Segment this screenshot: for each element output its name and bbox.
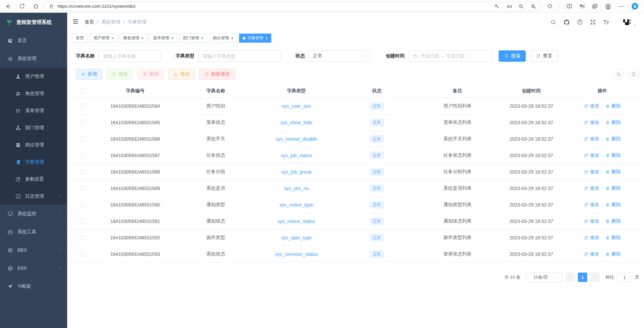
close-icon[interactable]: × (265, 36, 268, 40)
url-bar[interactable]: https://ccnetcore.com:1101/system/dict (44, 2, 541, 11)
delete-button[interactable]: 删除 (137, 69, 164, 80)
row-edit-button[interactable]: 修改 (584, 120, 599, 126)
sidebar-item-logs[interactable]: 日志管理 (0, 188, 67, 205)
tab-home[interactable]: 首页 (72, 34, 88, 43)
row-delete-button[interactable]: 删除 (605, 185, 621, 191)
close-icon[interactable]: × (141, 36, 144, 40)
sidebar-item-posts[interactable]: 岗位管理 (0, 136, 67, 153)
github-button[interactable] (563, 19, 570, 26)
row-delete-button[interactable]: 删除 (605, 152, 621, 158)
fullscreen-button[interactable] (590, 19, 596, 25)
add-button[interactable]: 新增 (76, 69, 102, 80)
browser-refresh-button[interactable] (19, 3, 25, 9)
row-delete-button[interactable]: 删除 (605, 120, 621, 126)
font-size-button[interactable] (603, 19, 610, 25)
refresh-cache-button[interactable]: 刷新缓存 (199, 69, 235, 80)
close-icon[interactable]: × (231, 36, 233, 40)
dict-type-link[interactable]: sys_notice_status (278, 219, 315, 224)
sidebar-toggle-button[interactable] (72, 18, 79, 26)
row-edit-button[interactable]: 修改 (584, 251, 599, 257)
goto-page-input[interactable] (617, 273, 632, 282)
current-page[interactable]: 1 (578, 273, 587, 282)
tab-posts[interactable]: 岗位管理× (209, 34, 237, 43)
row-edit-button[interactable]: 修改 (584, 103, 599, 109)
row-delete-button[interactable]: 删除 (605, 251, 621, 257)
row-delete-button[interactable]: 删除 (605, 235, 621, 241)
row-edit-button[interactable]: 修改 (584, 185, 599, 191)
search-button[interactable]: 搜索 (499, 50, 526, 62)
breadcrumb-system[interactable]: 系统管理 (101, 19, 120, 25)
browser-back-button[interactable] (5, 3, 11, 10)
yi-logo-menu[interactable] (622, 18, 637, 27)
sidebar-item-menus[interactable]: 菜单管理 (0, 102, 67, 119)
more-button[interactable] (618, 3, 624, 9)
zoom-out-button[interactable] (518, 3, 524, 9)
row-checkbox[interactable] (80, 170, 85, 174)
tab-menus[interactable]: 菜单管理× (149, 34, 177, 43)
browser-essentials-button[interactable] (547, 3, 553, 9)
row-delete-button[interactable]: 删除 (605, 218, 621, 224)
tab-roles[interactable]: 角色管理× (120, 34, 147, 43)
row-delete-button[interactable]: 删除 (605, 103, 621, 109)
dict-type-link[interactable]: sys_job_group (281, 169, 312, 175)
row-edit-button[interactable]: 修改 (584, 235, 599, 241)
dict-type-link[interactable]: sys_yes_no (284, 186, 309, 191)
status-select[interactable]: 正常 (309, 50, 371, 62)
sidebar-item-bbs[interactable]: BBS (0, 241, 67, 259)
reset-button[interactable]: 重置 (531, 50, 558, 62)
split-screen-button[interactable] (566, 3, 572, 9)
dict-type-link[interactable]: sys_oper_type (281, 235, 312, 240)
row-checkbox[interactable] (80, 137, 85, 141)
dict-type-input[interactable] (198, 50, 281, 62)
refresh-table-button[interactable] (628, 69, 639, 80)
row-checkbox[interactable] (80, 202, 85, 207)
close-icon[interactable]: × (201, 36, 203, 40)
password-key-button[interactable] (494, 3, 500, 9)
sidebar-item-erp[interactable]: ERP (0, 259, 67, 277)
dict-type-link[interactable]: sys_normal_disable (276, 136, 317, 142)
row-delete-button[interactable]: 删除 (605, 169, 621, 175)
sidebar-item-roles[interactable]: 角色管理 (0, 85, 67, 102)
page-size-select[interactable]: 10条/页 (526, 273, 562, 282)
dict-type-link[interactable]: sys_show_hide (280, 120, 313, 125)
next-page-button[interactable] (590, 273, 600, 282)
date-range-picker[interactable]: 开始日期 - 结束日期 (409, 50, 492, 62)
row-delete-button[interactable]: 删除 (605, 202, 621, 208)
sidebar-item-yiframe[interactable]: Yi框架 (0, 277, 67, 295)
tab-users[interactable]: 用户管理× (90, 34, 118, 43)
row-checkbox[interactable] (80, 153, 85, 158)
dict-type-link[interactable]: sys_user_sex (282, 103, 311, 109)
row-edit-button[interactable]: 修改 (584, 152, 599, 158)
dict-name-input[interactable] (99, 50, 161, 62)
row-edit-button[interactable]: 修改 (584, 218, 599, 224)
dict-type-link[interactable]: sys_job_status (281, 153, 312, 158)
close-icon[interactable]: × (111, 36, 114, 40)
row-edit-button[interactable]: 修改 (584, 202, 599, 208)
edit-button[interactable]: 修改 (106, 69, 133, 80)
sidebar-item-system[interactable]: 系统管理 (0, 50, 67, 68)
sidebar-item-monitor[interactable]: 系统监控 (0, 205, 67, 223)
export-button[interactable]: 导出 (168, 69, 195, 80)
row-checkbox[interactable] (80, 120, 85, 125)
favorites-button[interactable] (579, 3, 585, 9)
sidebar-item-dictionary[interactable]: 字典管理 (0, 153, 67, 171)
header-search-button[interactable] (550, 19, 556, 25)
breadcrumb-home[interactable]: 首页 (85, 19, 94, 25)
close-icon[interactable]: × (171, 36, 174, 40)
dict-type-link[interactable]: sys_common_status (275, 251, 318, 257)
add-favorite-button[interactable] (530, 3, 536, 9)
row-checkbox[interactable] (80, 235, 85, 240)
select-all-checkbox[interactable] (80, 89, 85, 93)
read-aloud-button[interactable] (506, 3, 512, 9)
row-checkbox[interactable] (80, 219, 85, 224)
sidebar-item-home[interactable]: 首页 (0, 32, 67, 50)
row-edit-button[interactable]: 修改 (584, 169, 599, 175)
tab-departments[interactable]: 部门管理× (179, 34, 207, 43)
sidebar-item-users[interactable]: 用户管理 (0, 68, 67, 85)
dict-type-link[interactable]: sys_notice_type (279, 202, 313, 207)
bing-chat-button[interactable]: b (631, 2, 639, 11)
sidebar-item-parameters[interactable]: 参数设置 (0, 171, 67, 188)
collections-button[interactable] (592, 3, 598, 9)
tab-dictionary[interactable]: 字典管理× (239, 34, 271, 43)
row-checkbox[interactable] (80, 186, 85, 191)
